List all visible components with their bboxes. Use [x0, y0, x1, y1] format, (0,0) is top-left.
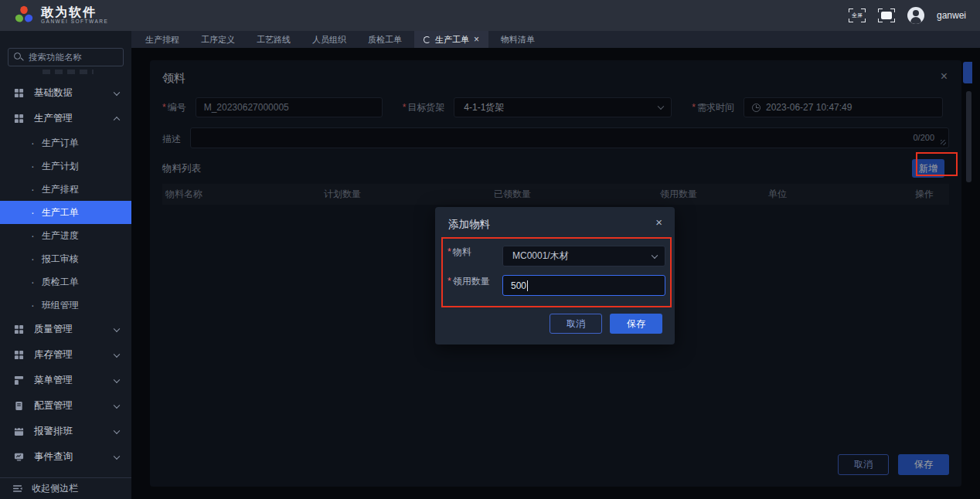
sidebar-item-label: 基础数据 — [34, 87, 73, 100]
logo-title: 敢为软件 — [41, 6, 108, 19]
tab-label: 人员组织 — [312, 34, 346, 46]
sidebar-item-label: 班组管理 — [42, 299, 79, 312]
sidebar-item-label: 事件查询 — [34, 450, 73, 463]
tab-process-route[interactable]: 工艺路线 — [247, 31, 300, 48]
material-value: MC0001/木材 — [512, 250, 569, 263]
chevron-down-icon — [114, 325, 120, 331]
sidebar-item-work-report-audit[interactable]: ·报工审核 — [0, 247, 131, 270]
tab-personnel-org[interactable]: 人员组织 — [303, 31, 356, 48]
username[interactable]: ganwei — [937, 10, 966, 21]
grid-icon — [14, 114, 24, 124]
sidebar-item-production-scheduling[interactable]: ·生产排程 — [0, 178, 131, 201]
tab-quality-inspection-order[interactable]: 质检工单 — [359, 31, 411, 48]
tab-production-scheduling[interactable]: 生产排程 — [136, 31, 189, 48]
fullscreen-label: 全屏 — [849, 12, 866, 19]
sidebar-item-production-plan[interactable]: ·生产计划 — [0, 154, 131, 178]
tab-process-definition[interactable]: 工序定义 — [192, 31, 244, 48]
app-window: 敢为软件 GANWEI SOFTWARE 全屏 ganwei 生产排程 工序定义… — [0, 0, 980, 499]
sidebar-item-label: 菜单管理 — [34, 374, 73, 387]
search-input[interactable] — [8, 48, 124, 66]
main-content: 领料 × *编号 *目标货架 4-1-1货架 *需求时间 2023-06-27 … — [131, 48, 980, 499]
top-header: 敢为软件 GANWEI SOFTWARE 全屏 ganwei — [0, 0, 980, 31]
grid-icon — [14, 324, 24, 334]
bullet-icon: · — [31, 301, 35, 309]
sidebar-item-label: 生产进度 — [42, 229, 79, 243]
sidebar-item-label: 配置管理 — [34, 399, 73, 412]
save-button[interactable]: 保存 — [610, 314, 662, 334]
logo-subtitle: GANWEI SOFTWARE — [41, 19, 108, 25]
sidebar-item-label: 生产计划 — [42, 160, 79, 173]
tab-label: 工艺路线 — [257, 34, 291, 46]
sidebar-item-label: 生产管理 — [34, 112, 73, 125]
bullet-icon: · — [31, 185, 35, 193]
quantity-row: *领用数量 — [447, 275, 490, 288]
sidebar-item-production-management[interactable]: 生产管理 — [0, 106, 131, 131]
material-select[interactable]: MC0001/木材 — [502, 246, 665, 266]
sidebar-item-alarm-shift[interactable]: 报警排班 — [0, 419, 131, 444]
tab-label: 工序定义 — [201, 34, 235, 46]
sidebar-item-team-management[interactable]: ·班组管理 — [0, 294, 131, 317]
material-row: *物料 — [447, 246, 471, 259]
close-tab-icon[interactable]: × — [474, 36, 479, 43]
chevron-up-icon — [114, 116, 120, 122]
quantity-value: 500 — [511, 280, 526, 291]
sidebar-item-basic-data[interactable]: 基础数据 — [0, 80, 131, 106]
fullscreen-icon[interactable] — [878, 8, 895, 22]
sidebar-item-inventory-management[interactable]: 库存管理 — [0, 342, 131, 368]
sidebar-item-label: 库存管理 — [34, 348, 73, 362]
app-logo: 敢为软件 GANWEI SOFTWARE — [14, 5, 108, 25]
tab-bar: 生产排程 工序定义 工艺路线 人员组织 质检工单 生产工单 × 物料清单 — [131, 31, 980, 48]
tab-label: 物料清单 — [501, 34, 535, 46]
collapse-sidebar-label: 收起侧边栏 — [32, 482, 78, 495]
tab-label: 质检工单 — [368, 34, 402, 46]
logo-trefoil-icon — [14, 5, 34, 25]
quantity-input[interactable]: 500 — [502, 275, 665, 296]
bullet-icon: · — [31, 139, 35, 147]
sidebar-item-label: 生产工单 — [42, 206, 79, 219]
cancel-button[interactable]: 取消 — [550, 314, 602, 334]
sidebar-item-event-query[interactable]: 事件查询 — [0, 444, 131, 470]
fullscreen-text-icon[interactable]: 全屏 — [849, 8, 866, 22]
sidebar-item-production-work-order[interactable]: ·生产工单 — [0, 201, 131, 224]
collapse-sidebar-button[interactable]: 收起侧边栏 — [0, 477, 131, 499]
bullet-icon: · — [31, 209, 35, 216]
required-asterisk: * — [447, 276, 451, 287]
add-material-dialog: 添加物料 × *物料 MC0001/木材 *领用数量 500 取消 保存 — [435, 207, 675, 345]
monitor-icon — [14, 452, 24, 462]
close-icon[interactable]: × — [655, 216, 662, 229]
avatar[interactable] — [907, 7, 924, 24]
sidebar-menu: 基础数据 生产管理 ·生产订单 ·生产计划 ·生产排程 ·生产工单 ·生产进度 … — [0, 74, 131, 477]
sidebar-item-label: 报警排班 — [34, 425, 73, 438]
sidebar-item-production-progress[interactable]: ·生产进度 — [0, 224, 131, 247]
sidebar-item-label: 质量管理 — [34, 323, 73, 336]
sidebar-item-menu-management[interactable]: 菜单管理 — [0, 368, 131, 393]
sidebar-item-config-management[interactable]: 配置管理 — [0, 393, 131, 419]
layout-icon — [14, 375, 24, 385]
collapse-sidebar-icon — [12, 484, 22, 494]
header-actions: 全屏 ganwei — [849, 7, 966, 24]
required-asterisk: * — [447, 246, 451, 257]
search-icon — [14, 53, 21, 59]
sidebar-item-label: 质检工单 — [42, 276, 79, 289]
tab-bill-of-materials[interactable]: 物料清单 — [492, 31, 544, 48]
sidebar-item-quality-management[interactable]: 质量管理 — [0, 317, 131, 342]
sidebar-item-production-order[interactable]: ·生产订单 — [0, 131, 131, 154]
document-icon — [14, 401, 24, 411]
tab-label: 生产排程 — [145, 34, 179, 46]
dialog-footer: 取消 保存 — [550, 314, 662, 334]
sidebar-item-quality-inspection-order[interactable]: ·质检工单 — [0, 270, 131, 294]
bullet-icon: · — [31, 255, 35, 263]
material-label: *物料 — [447, 246, 471, 259]
sidebar-item-label: 生产订单 — [42, 137, 79, 150]
sidebar: 基础数据 生产管理 ·生产订单 ·生产计划 ·生产排程 ·生产工单 ·生产进度 … — [0, 31, 131, 499]
refresh-icon[interactable] — [424, 36, 430, 43]
chevron-down-icon — [114, 402, 120, 408]
sidebar-search — [8, 48, 124, 66]
chevron-down-icon — [114, 351, 120, 357]
bullet-icon: · — [31, 162, 35, 170]
sidebar-item-label: 报工审核 — [42, 253, 79, 266]
tab-production-work-order[interactable]: 生产工单 × — [414, 31, 488, 48]
clipped-menu-item — [43, 70, 94, 74]
dialog-title: 添加物料 — [448, 218, 490, 232]
chevron-down-icon — [114, 376, 120, 382]
